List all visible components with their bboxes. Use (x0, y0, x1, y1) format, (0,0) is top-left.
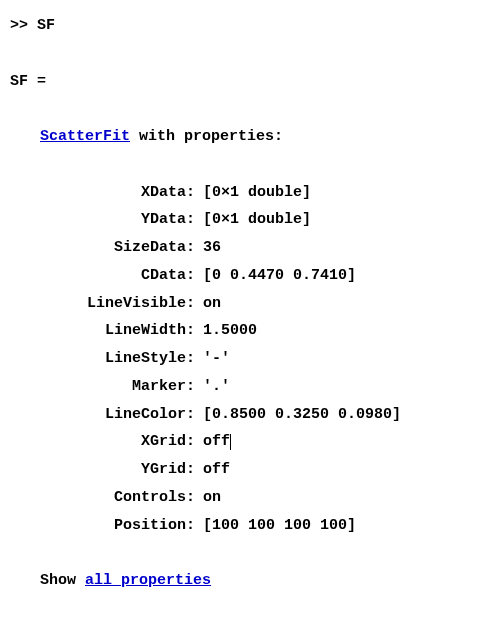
matlab-console-output: >> SF SF = ScatterFit with properties: X… (0, 0, 500, 607)
property-value: '.' (195, 373, 230, 401)
property-label: CData: (10, 262, 195, 290)
property-value: on (195, 484, 221, 512)
all-properties-link[interactable]: all properties (85, 567, 211, 595)
class-suffix: with properties: (130, 123, 283, 151)
property-label: XData: (10, 179, 195, 207)
properties-block: XData:[0×1 double] YData:[0×1 double] Si… (10, 179, 490, 540)
property-label: Controls: (10, 484, 195, 512)
property-label: YGrid: (10, 456, 195, 484)
prompt-prefix: >> (10, 12, 37, 40)
property-value: [0×1 double] (195, 206, 311, 234)
property-row: Marker:'.' (10, 373, 490, 401)
property-row: YGrid:off (10, 456, 490, 484)
show-all-line: Show all properties (10, 567, 490, 595)
property-row: Position:[100 100 100 100] (10, 512, 490, 540)
property-label: SizeData: (10, 234, 195, 262)
property-value: [100 100 100 100] (195, 512, 356, 540)
property-value: [0 0.4470 0.7410] (195, 262, 356, 290)
property-row: SizeData:36 (10, 234, 490, 262)
property-row: LineStyle:'-' (10, 345, 490, 373)
property-label: YData: (10, 206, 195, 234)
property-label: LineVisible: (10, 290, 195, 318)
class-header: ScatterFit with properties: (10, 123, 490, 151)
property-value: [0×1 double] (195, 179, 311, 207)
property-value: 36 (195, 234, 221, 262)
echo-equals: = (28, 68, 46, 96)
property-row: Controls:on (10, 484, 490, 512)
show-prefix: Show (40, 567, 85, 595)
command-text: SF (37, 12, 55, 40)
property-row: XData:[0×1 double] (10, 179, 490, 207)
property-label: LineWidth: (10, 317, 195, 345)
property-value: 1.5000 (195, 317, 257, 345)
property-label: LineStyle: (10, 345, 195, 373)
class-link[interactable]: ScatterFit (40, 123, 130, 151)
property-label: Marker: (10, 373, 195, 401)
property-row: XGrid:off (10, 428, 490, 456)
property-label: Position: (10, 512, 195, 540)
output-var-echo: SF = (10, 68, 490, 96)
property-row: LineVisible:on (10, 290, 490, 318)
property-value: [0.8500 0.3250 0.0980] (195, 401, 401, 429)
property-value: off (195, 456, 230, 484)
property-row: LineColor:[0.8500 0.3250 0.0980] (10, 401, 490, 429)
property-value: on (195, 290, 221, 318)
property-label: XGrid: (10, 428, 195, 456)
text-caret (230, 434, 231, 451)
property-label: LineColor: (10, 401, 195, 429)
property-value: off (195, 428, 231, 456)
command-line: >> SF (10, 12, 490, 40)
property-row: CData:[0 0.4470 0.7410] (10, 262, 490, 290)
property-row: YData:[0×1 double] (10, 206, 490, 234)
echo-var: SF (10, 68, 28, 96)
property-value: '-' (195, 345, 230, 373)
property-row: LineWidth:1.5000 (10, 317, 490, 345)
